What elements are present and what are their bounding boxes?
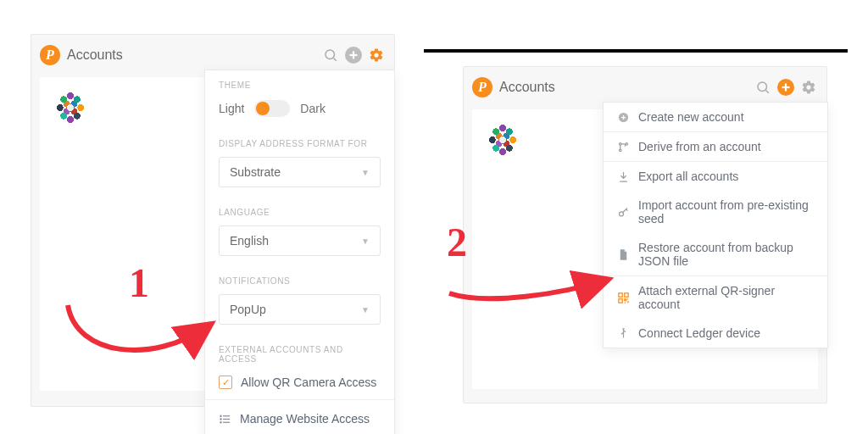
svg-point-17 <box>626 142 628 145</box>
right-panel-header: P Accounts <box>472 74 818 101</box>
theme-toggle[interactable] <box>254 100 290 117</box>
notifications-select[interactable]: PopUp ▼ <box>219 294 381 325</box>
gear-icon[interactable] <box>367 46 386 64</box>
svg-point-16 <box>620 149 622 152</box>
menu-derive-account[interactable]: Derive from an account <box>604 132 827 161</box>
svg-point-7 <box>220 415 221 416</box>
menu-export-all[interactable]: Export all accounts <box>604 162 827 191</box>
export-icon <box>617 170 630 183</box>
svg-point-10 <box>758 82 767 92</box>
left-panel-header: P Accounts <box>40 42 386 69</box>
svg-point-18 <box>620 211 624 215</box>
menu-create-label: Create new account <box>638 110 744 124</box>
account-identicon[interactable] <box>52 89 89 126</box>
manage-website-label: Manage Website Access <box>240 412 370 426</box>
settings-section-external-label: EXTERNAL ACCOUNTS AND ACCESS <box>205 335 394 369</box>
menu-ledger-label: Connect Ledger device <box>638 326 760 340</box>
svg-point-0 <box>326 50 335 59</box>
search-icon[interactable] <box>754 78 772 97</box>
settings-section-language-label: LANGUAGE <box>205 198 394 222</box>
account-identicon[interactable] <box>484 121 521 159</box>
annotation-arrow-1 <box>59 297 229 373</box>
header-actions <box>754 78 818 97</box>
svg-line-11 <box>765 90 768 92</box>
key-icon <box>617 206 630 219</box>
checkbox-checked-icon: ✓ <box>219 376 232 389</box>
list-icon <box>219 413 231 426</box>
search-icon[interactable] <box>321 46 340 64</box>
svg-line-1 <box>333 58 336 60</box>
svg-point-9 <box>220 421 221 422</box>
settings-menu: THEME Light Dark DISPLAY ADDRESS FORMAT … <box>204 70 395 434</box>
allow-qr-camera-row[interactable]: ✓ Allow QR Camera Access <box>205 369 394 396</box>
menu-attach-qr-label: Attach external QR-signer account <box>638 284 814 311</box>
language-select[interactable]: English ▼ <box>219 225 381 256</box>
address-format-select[interactable]: Substrate ▼ <box>219 157 381 187</box>
menu-export-label: Export all accounts <box>638 170 738 183</box>
svg-rect-20 <box>625 292 628 296</box>
allow-qr-label: Allow QR Camera Access <box>241 376 376 389</box>
theme-light-label: Light <box>219 102 244 115</box>
brand: P Accounts <box>472 77 555 97</box>
language-value: English <box>230 234 269 248</box>
plus-circle-icon <box>617 111 630 124</box>
polkadot-logo-icon: P <box>40 45 60 65</box>
add-account-icon[interactable] <box>777 79 794 96</box>
menu-import-seed[interactable]: Import account from pre-existing seed <box>604 191 827 233</box>
gear-icon[interactable] <box>799 78 818 97</box>
notifications-value: PopUp <box>230 303 266 316</box>
annotation-number-2: 2 <box>447 219 467 265</box>
usb-icon <box>617 327 630 340</box>
stage: P Accounts THEME Light D <box>0 0 868 434</box>
separator <box>205 399 394 400</box>
settings-section-theme-label: THEME <box>205 70 394 95</box>
brand: P Accounts <box>40 45 123 65</box>
menu-connect-ledger[interactable]: Connect Ledger device <box>604 319 827 348</box>
page-title: Accounts <box>67 47 123 63</box>
settings-section-address-label: DISPLAY ADDRESS FORMAT FOR <box>205 129 394 153</box>
address-format-value: Substrate <box>230 165 281 179</box>
polkadot-logo-icon: P <box>472 77 492 97</box>
menu-derive-label: Derive from an account <box>638 140 761 153</box>
menu-restore-label: Restore account from backup JSON file <box>638 241 814 268</box>
svg-point-8 <box>220 418 221 419</box>
annotation-rule <box>424 49 848 53</box>
chevron-down-icon: ▼ <box>361 305 370 314</box>
header-actions <box>321 46 386 64</box>
svg-point-15 <box>620 142 622 145</box>
add-account-icon[interactable] <box>345 47 362 64</box>
branch-icon <box>617 141 630 153</box>
menu-restore-json[interactable]: Restore account from backup JSON file <box>604 233 827 275</box>
settings-section-notifications-label: NOTIFICATIONS <box>205 266 394 291</box>
add-account-menu: Create new account Derive from an accoun… <box>603 102 828 348</box>
menu-create-account[interactable]: Create new account <box>604 103 827 131</box>
chevron-down-icon: ▼ <box>361 236 370 246</box>
annotation-arrow-2 <box>445 259 623 310</box>
chevron-down-icon: ▼ <box>361 168 370 177</box>
page-title: Accounts <box>499 80 555 95</box>
menu-import-label: Import account from pre-existing seed <box>638 198 814 225</box>
menu-attach-qr[interactable]: Attach external QR-signer account <box>604 276 827 319</box>
manage-website-access[interactable]: Manage Website Access <box>205 403 394 434</box>
theme-toggle-row: Light Dark <box>205 95 394 129</box>
theme-dark-label: Dark <box>300 102 326 115</box>
